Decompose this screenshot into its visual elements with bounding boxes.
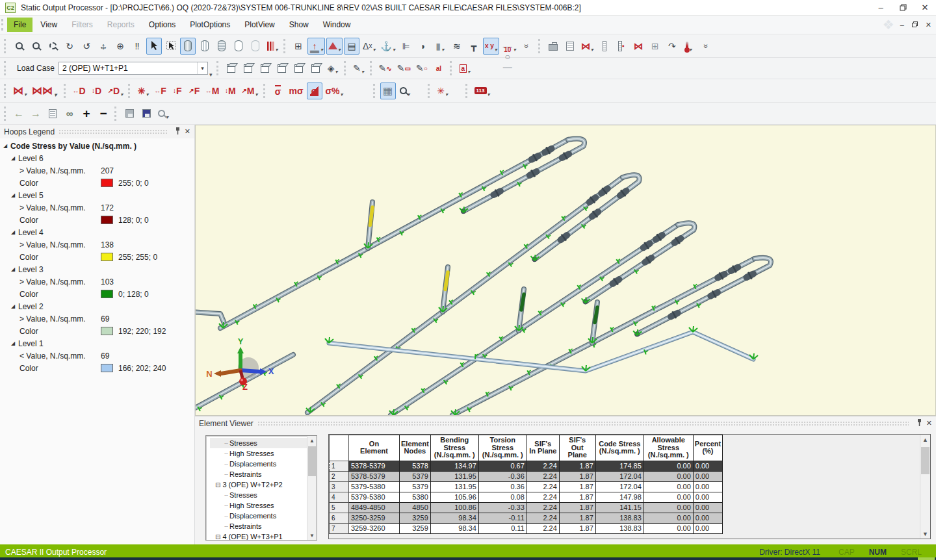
toolbar-grip[interactable] (4, 61, 8, 75)
table-row[interactable]: 15378-53795378134.970.672.241.87174.850.… (330, 461, 723, 471)
toolbar-grip[interactable] (344, 61, 348, 75)
save-image-icon[interactable] (138, 105, 154, 122)
force-x-icon[interactable]: ↔F (152, 83, 168, 99)
displacement-z-icon[interactable]: ↗D▾ (106, 83, 125, 99)
ruler-flange-icon[interactable]: ▪ (614, 38, 629, 55)
collapse-icon[interactable]: ◢ (8, 192, 18, 198)
node-increment-icon[interactable]: —○—10▾ (500, 38, 518, 55)
four-views-icon[interactable]: ⊞ (291, 38, 306, 55)
moment-z-icon[interactable]: ↗M▾ (239, 83, 259, 99)
load-case-more-dropdown[interactable]: ▾ (209, 71, 213, 79)
back-icon[interactable]: ← (11, 105, 27, 122)
overstress-icon[interactable]: σ (270, 83, 286, 99)
collapse-icon[interactable]: ◢ (8, 266, 18, 272)
toolbar-grip[interactable] (4, 39, 8, 53)
callout-annotation-icon[interactable]: a▾ (457, 60, 473, 77)
menu-plotoptions[interactable]: PlotOptions (183, 18, 237, 32)
expansion-joint-icon[interactable]: ≋ (449, 38, 465, 55)
pin-icon[interactable] (916, 419, 922, 427)
rotate-icon[interactable]: ↻ (62, 38, 77, 55)
toolbar-grip[interactable] (4, 84, 8, 98)
equipment-icon[interactable]: ▮▾ (432, 38, 448, 55)
close-panel-icon[interactable]: ✕ (926, 419, 932, 427)
resize-grip[interactable] (918, 557, 935, 560)
render-solid-icon[interactable] (180, 38, 196, 55)
view-front-icon[interactable] (257, 60, 273, 77)
toolbox-icon[interactable] (545, 38, 561, 55)
thermometer-icon[interactable]: ▾ (681, 38, 697, 55)
table-row[interactable]: 63250-3259325998.34-0.112.241.87138.830.… (330, 513, 723, 523)
minimize-button[interactable]: – (870, 0, 892, 15)
menu-file[interactable]: File (7, 18, 32, 32)
annotate-pencil-icon[interactable]: ✎▾ (351, 60, 367, 77)
render-outline-icon[interactable] (231, 38, 246, 55)
color-swatch[interactable] (101, 179, 113, 187)
orbit-icon[interactable]: ↺ (79, 38, 94, 55)
zoom-decrease-icon[interactable]: − (96, 105, 111, 122)
show-valve-pairs-icon[interactable]: ⋈⋈▾ (30, 83, 60, 99)
color-swatch[interactable] (101, 290, 113, 298)
tree-item-high-stresses[interactable]: ┄High Stresses (210, 448, 307, 459)
select-icon[interactable] (146, 38, 162, 55)
view-iso-sw-icon[interactable] (224, 60, 239, 77)
menu-view[interactable]: View (34, 18, 64, 32)
half-pipe-icon[interactable]: ◗ (415, 38, 431, 55)
ruler-icon[interactable] (597, 38, 612, 55)
load-case-dropdown-icon[interactable]: ▾ (197, 62, 207, 74)
stress-colors-icon[interactable]: σ (307, 83, 322, 99)
zoom-window-icon[interactable] (45, 38, 60, 55)
grid-zoom-icon[interactable]: ▾ (397, 83, 413, 99)
select-box-icon[interactable] (163, 38, 179, 55)
anchors-icon[interactable]: ⚓▾ (378, 38, 396, 55)
collapse-icon[interactable]: ◢ (8, 155, 18, 161)
displacement-y-icon[interactable]: ↕D (89, 83, 105, 99)
max-displacement-icon[interactable]: ✳▾ (135, 83, 151, 99)
node-numbers-icon[interactable]: x y▾ (483, 38, 499, 55)
displacements-icon[interactable]: Δx▾ (361, 38, 377, 55)
toolbar-grip[interactable] (216, 61, 221, 75)
table-row[interactable]: 45379-53805380105.960.082.241.87147.980.… (330, 492, 723, 502)
table-row[interactable]: 35379-53805379131.950.362.241.87172.040.… (330, 481, 723, 492)
print-preview-icon[interactable]: ▾ (155, 105, 171, 122)
scroll-up-icon[interactable]: ▲ (309, 436, 315, 445)
tree-item-stresses[interactable]: ┄Stresses (210, 438, 307, 448)
view-iso-se-icon[interactable] (240, 60, 256, 77)
toolbar-grip[interactable] (263, 84, 268, 98)
view-back-icon[interactable] (274, 60, 290, 77)
toolbar-grip[interactable] (114, 107, 119, 121)
flange-check-icon[interactable]: ⊫ (398, 38, 414, 55)
menu-window[interactable]: Window (317, 18, 358, 32)
close-panel-icon[interactable]: ✕ (185, 127, 190, 136)
pan-icon[interactable]: ↔↕ (96, 38, 111, 55)
menu-options[interactable]: Options (142, 18, 182, 32)
render-shaded-icon[interactable] (197, 38, 213, 55)
grid-icon[interactable]: ▦ (380, 83, 396, 99)
node-flag-icon[interactable]: 113▾ (473, 83, 492, 99)
color-swatch[interactable] (101, 327, 113, 335)
restore-button[interactable] (892, 0, 914, 15)
text-annotation-icon[interactable]: aI (431, 60, 447, 77)
toolbar-grip[interactable] (283, 39, 288, 53)
forward-icon[interactable]: → (28, 105, 44, 122)
force-z-icon[interactable]: ↗F (187, 83, 202, 99)
tee-sif-icon[interactable]: ┳ (466, 38, 482, 55)
toolbar-grip[interactable] (4, 107, 8, 121)
center-of-gravity-icon[interactable]: ✳▾ (435, 83, 450, 99)
color-swatch[interactable] (101, 253, 113, 261)
force-y-icon[interactable]: ↕F (170, 83, 185, 99)
toolbar-grip[interactable] (428, 84, 432, 98)
toolbar-grip[interactable] (538, 39, 543, 53)
tree-item-high-stresses[interactable]: ┄High Stresses (210, 500, 307, 511)
save-icon[interactable] (122, 105, 137, 122)
hangers-icon[interactable]: ▾ (326, 38, 343, 55)
report-script-icon[interactable] (45, 105, 60, 122)
restraints-icon[interactable]: ↑▬▾ (307, 38, 325, 55)
scroll-down-icon[interactable]: ▼ (309, 531, 315, 540)
table-row[interactable]: 73259-3260325998.340.112.241.87138.830.0… (330, 523, 723, 533)
pin-icon[interactable] (175, 127, 181, 136)
table-scrollbar[interactable]: ▲ ▼ (920, 435, 930, 539)
menu-show[interactable]: Show (283, 18, 315, 32)
tree-item-loadcase-4[interactable]: ⊟4 (OPE) W+T3+P1 (210, 531, 307, 540)
scroll-down-icon[interactable]: ▼ (922, 529, 928, 539)
max-stress-icon[interactable]: mσ (287, 83, 306, 99)
